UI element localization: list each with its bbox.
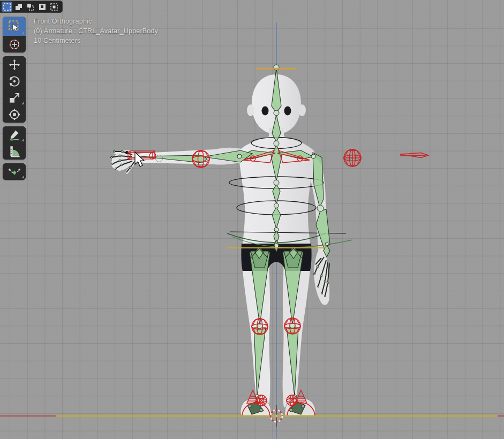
- select-mode-extend[interactable]: [13, 2, 24, 12]
- scale-icon: [7, 91, 21, 105]
- toolbar: [3, 17, 26, 184]
- select-subtract-icon: [25, 2, 36, 12]
- grid-scale-text: 10 Centimeters: [34, 36, 158, 46]
- viewport-3d[interactable]: Front Orthographic (0) Armature : CTRL_A…: [0, 0, 504, 439]
- select-mode-intersect[interactable]: [49, 2, 59, 12]
- tool-annotate[interactable]: [3, 126, 26, 143]
- select-mode-set[interactable]: [2, 2, 12, 12]
- select-invert-icon: [37, 2, 48, 12]
- select-box-icon: [7, 19, 21, 33]
- transform-icon: [7, 108, 21, 122]
- select-mode-invert[interactable]: [37, 2, 48, 12]
- move-icon: [7, 58, 21, 72]
- tool-scale[interactable]: [3, 89, 26, 106]
- active-object-text: (0) Armature : CTRL_Avatar_UpperBody: [34, 26, 158, 36]
- tool-move[interactable]: [3, 56, 26, 73]
- scene-canvas: [0, 0, 504, 439]
- tool-cursor[interactable]: [3, 36, 26, 52]
- view-name-text: Front Orthographic: [34, 17, 158, 26]
- tool-select-box[interactable]: [3, 17, 26, 36]
- select-set-icon: [2, 2, 12, 12]
- pose-breakdowner-icon: [7, 165, 21, 179]
- rotate-icon: [7, 74, 21, 88]
- select-mode-bar: [0, 1, 63, 13]
- viewport-overlay-text: Front Orthographic (0) Armature : CTRL_A…: [34, 17, 158, 46]
- tool-pose-breakdowner[interactable]: [3, 163, 26, 180]
- tool-measure[interactable]: [3, 143, 26, 160]
- select-extend-icon: [13, 2, 24, 12]
- tool-transform[interactable]: [3, 106, 26, 123]
- select-intersect-icon: [49, 2, 59, 12]
- measure-icon: [7, 145, 21, 158]
- cursor-tool-icon: [7, 37, 21, 51]
- select-mode-subtract[interactable]: [25, 2, 36, 12]
- noise-overlay: [0, 0, 504, 439]
- tool-rotate[interactable]: [3, 73, 26, 89]
- annotate-icon: [7, 128, 21, 142]
